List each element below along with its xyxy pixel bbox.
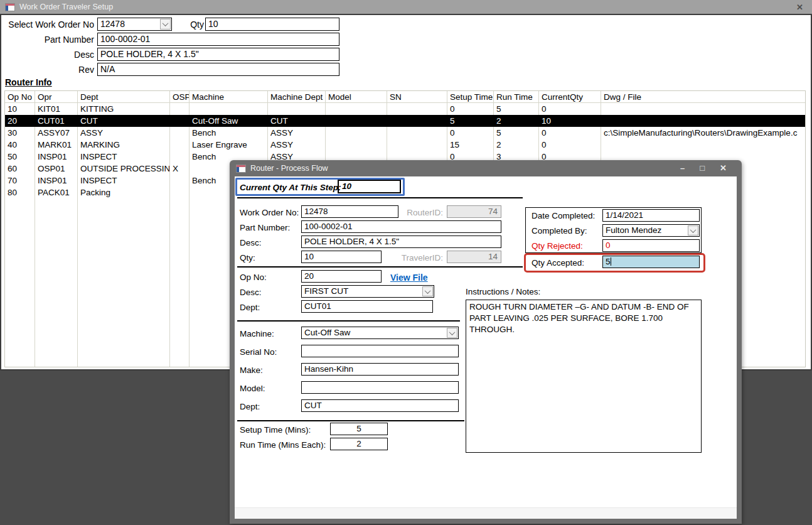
machine-dept-field[interactable]: CUT [301, 399, 459, 412]
router-cell[interactable] [601, 103, 805, 115]
qty-accepted-field[interactable]: 5 [602, 256, 700, 268]
router-cell[interactable] [326, 139, 387, 151]
router-cell[interactable]: INSPECT [78, 175, 170, 187]
op-dept-field[interactable]: CUT01 [301, 300, 433, 313]
router-cell[interactable]: OUTSIDE PROCESSING [78, 163, 170, 175]
date-completed-field[interactable]: 1/14/2021 [602, 209, 700, 222]
router-row[interactable]: 20CUT01CUTCut-Off SawCUT5210 [5, 115, 805, 127]
router-cell[interactable]: 0 [539, 103, 601, 115]
main-window-titlebar[interactable]: Work Order Traveler Setup ✕ [0, 0, 812, 14]
router-column-header[interactable]: Machine Dept [268, 91, 326, 102]
router-cell[interactable]: 0 [539, 139, 601, 151]
router-column-header[interactable]: Dept [78, 91, 170, 102]
router-column-header[interactable]: SN [387, 91, 447, 102]
router-row[interactable]: 40MARK01MARKINGLaser EngraveASSY1520 [5, 139, 805, 151]
router-column-header[interactable]: Dwg / File [601, 91, 805, 102]
maximize-icon[interactable]: □ [700, 160, 705, 176]
router-cell[interactable] [387, 127, 447, 139]
close-icon[interactable]: ✕ [720, 160, 727, 176]
router-cell[interactable]: 0 [539, 127, 601, 139]
router-cell[interactable]: MARK01 [35, 139, 78, 151]
router-cell[interactable]: ASSY [78, 127, 170, 139]
router-column-header[interactable]: Setup Time [447, 91, 494, 102]
machine-combobox[interactable]: Cut-Off Saw [301, 327, 459, 339]
router-cell[interactable]: INSP01 [35, 175, 78, 187]
dialog-titlebar[interactable]: Router - Process Flow – □ ✕ [230, 160, 742, 176]
router-cell[interactable] [326, 103, 387, 115]
dialog-qty-field[interactable]: 10 [301, 251, 382, 263]
router-cell[interactable]: OSP01 [35, 163, 78, 175]
chevron-down-icon[interactable] [447, 328, 457, 338]
router-cell[interactable]: 70 [5, 175, 35, 187]
router-cell[interactable]: c:\SimpleManufacturing\Routers\DrawingEx… [601, 127, 805, 139]
router-cell[interactable] [170, 175, 190, 187]
router-cell[interactable]: PACK01 [35, 187, 78, 198]
router-row[interactable]: 30ASSY07ASSYBenchASSY050c:\SimpleManufac… [5, 127, 805, 139]
router-cell[interactable] [387, 115, 447, 127]
router-cell[interactable]: 5 [494, 103, 539, 115]
router-cell[interactable] [190, 103, 268, 115]
router-cell[interactable]: Bench [190, 127, 268, 139]
view-file-link[interactable]: View File [390, 273, 428, 283]
qty-field[interactable]: 10 [205, 18, 339, 31]
router-cell[interactable]: 0 [447, 103, 494, 115]
router-cell[interactable] [387, 103, 447, 115]
router-cell[interactable]: 2 [494, 139, 539, 151]
router-cell[interactable]: ASSY [268, 139, 326, 151]
work-order-no-field[interactable]: 12478 [301, 205, 398, 218]
router-column-header[interactable]: Opr [35, 91, 78, 102]
router-cell[interactable] [170, 139, 190, 151]
router-cell[interactable]: 30 [5, 127, 35, 139]
router-column-header[interactable]: Op No [5, 91, 35, 102]
router-cell[interactable] [268, 103, 326, 115]
router-cell[interactable]: INSPECT [78, 151, 170, 163]
instructions-textarea[interactable]: ROUGH TURN DIAMETER –G- AND DATUM -B- EN… [466, 300, 702, 453]
router-column-header[interactable]: OSP [170, 91, 190, 102]
router-cell[interactable]: 5 [494, 127, 539, 139]
router-cell[interactable] [326, 127, 387, 139]
router-cell[interactable] [387, 139, 447, 151]
work-order-combobox[interactable]: 12478 [97, 18, 172, 31]
router-column-header[interactable]: Model [326, 91, 387, 102]
router-cell[interactable] [601, 115, 805, 127]
router-cell[interactable]: X [170, 163, 190, 175]
router-cell[interactable]: Packing [78, 187, 170, 198]
router-cell[interactable] [170, 103, 190, 115]
router-cell[interactable] [170, 151, 190, 163]
router-cell[interactable] [170, 127, 190, 139]
desc-field[interactable]: POLE HOLDER, 4 X 1.5" [97, 48, 339, 61]
dialog-desc-field[interactable]: POLE HOLDER, 4 X 1.5" [301, 235, 501, 248]
chevron-down-icon[interactable] [160, 19, 171, 30]
router-cell[interactable]: KITTING [78, 103, 170, 115]
qty-rejected-field[interactable]: 0 [602, 239, 700, 252]
router-cell[interactable]: 2 [494, 115, 539, 127]
router-cell[interactable]: 60 [5, 163, 35, 175]
serial-no-field[interactable] [301, 345, 459, 357]
router-cell[interactable]: 10 [539, 115, 601, 127]
router-cell[interactable] [170, 187, 190, 198]
router-cell[interactable]: Laser Engrave [190, 139, 268, 151]
router-cell[interactable]: ASSY [268, 127, 326, 139]
completed-by-combobox[interactable]: Fulton Mendez [602, 224, 700, 237]
router-cell[interactable]: ASSY07 [35, 127, 78, 139]
model-field[interactable] [301, 381, 459, 394]
dialog-part-number-field[interactable]: 100-0002-01 [301, 220, 501, 233]
run-time-field[interactable]: 2 [330, 438, 388, 450]
router-cell[interactable]: Cut-Off Saw [190, 115, 268, 127]
minimize-icon[interactable]: – [680, 160, 685, 176]
router-cell[interactable] [326, 115, 387, 127]
router-cell[interactable]: KIT01 [35, 103, 78, 115]
router-cell[interactable]: 20 [5, 115, 35, 127]
router-column-header[interactable]: Run Time [494, 91, 539, 102]
op-no-field[interactable]: 20 [301, 270, 382, 283]
router-cell[interactable]: 15 [447, 139, 494, 151]
main-close-icon[interactable]: ✕ [793, 3, 807, 12]
make-field[interactable]: Hansen-Kihn [301, 363, 459, 376]
router-cell[interactable] [601, 139, 805, 151]
chevron-down-icon[interactable] [422, 286, 433, 296]
part-number-field[interactable]: 100-0002-01 [97, 33, 339, 46]
router-cell[interactable]: CUT01 [35, 115, 78, 127]
chevron-down-icon[interactable] [688, 225, 698, 235]
router-column-header[interactable]: Machine [190, 91, 268, 102]
router-cell[interactable]: CUT [268, 115, 326, 127]
